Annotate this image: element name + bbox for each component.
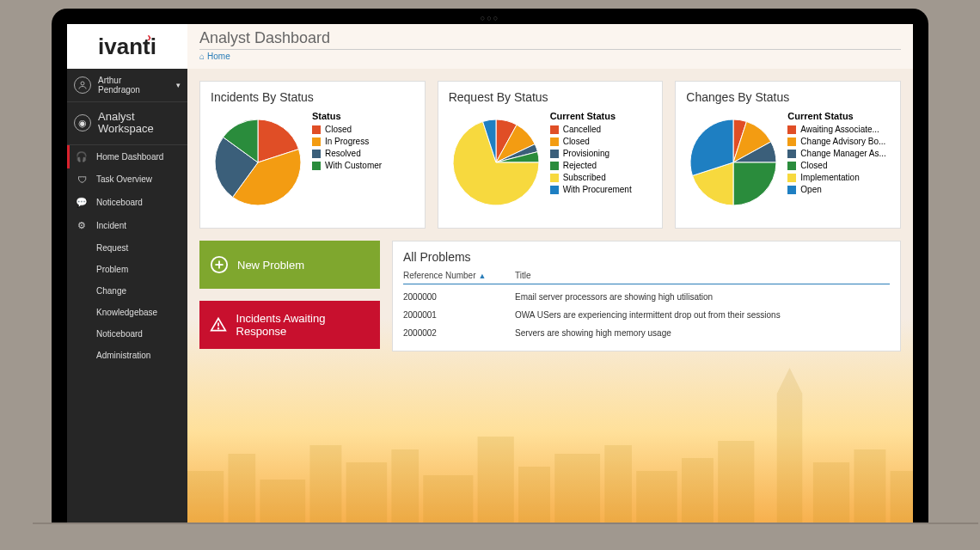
incidents-by-status-card: Incidents By Status Status ClosedIn Prog… — [199, 81, 426, 229]
legend-item[interactable]: Cancelled — [550, 125, 632, 134]
legend-swatch — [550, 174, 559, 182]
sidebar-item-knowledgebase[interactable]: Knowledgebase — [67, 302, 187, 323]
svg-rect-7 — [423, 475, 473, 522]
column-header-title[interactable]: Title — [515, 271, 890, 280]
legend-swatch — [312, 125, 321, 134]
incidents-awaiting-response-button[interactable]: Incidents Awaiting Response — [199, 301, 380, 349]
legend-swatch — [787, 125, 796, 134]
table-row[interactable]: 2000000Email server processors are showi… — [403, 288, 890, 306]
svg-point-24 — [218, 328, 219, 329]
sidebar-item-request[interactable]: Request — [67, 237, 187, 259]
request-by-status-card: Request By Status Current Status Cancell… — [438, 81, 664, 229]
legend-item[interactable]: In Progress — [312, 137, 382, 146]
svg-rect-5 — [346, 462, 387, 522]
legend-item[interactable]: Change Manager As... — [787, 149, 886, 158]
user-menu[interactable]: Arthur Pendragon ▾ — [67, 69, 187, 102]
svg-rect-19 — [891, 471, 913, 522]
main-content: Incidents By Status Status ClosedIn Prog… — [187, 69, 913, 522]
legend-item[interactable]: With Customer — [312, 161, 382, 170]
legend-swatch — [787, 150, 796, 158]
svg-rect-8 — [478, 437, 514, 522]
legend-item[interactable]: Open — [787, 185, 886, 194]
shield-icon: 🛡 — [74, 174, 89, 185]
card-title: All Problems — [403, 250, 890, 264]
svg-rect-4 — [309, 445, 341, 522]
legend-item[interactable]: Provisioning — [550, 149, 632, 158]
legend-item[interactable]: Change Advisory Bo... — [787, 137, 886, 146]
legend-swatch — [550, 138, 559, 146]
workspace-icon: ◉ — [74, 114, 91, 131]
requests-pie-chart[interactable] — [449, 111, 543, 214]
sidebar-item-home-dashboard[interactable]: 🎧Home Dashboard — [67, 145, 187, 168]
card-title: Request By Status — [449, 90, 652, 104]
sidebar-item-noticeboard[interactable]: Noticeboard — [67, 323, 187, 345]
legend-item[interactable]: Awaiting Associate... — [787, 125, 886, 134]
legend-item[interactable]: Rejected — [550, 161, 632, 170]
workspace-selector[interactable]: ◉ Analyst Workspace — [67, 102, 187, 145]
card-title: Incidents By Status — [211, 90, 414, 104]
svg-rect-3 — [260, 480, 305, 522]
legend-swatch — [550, 125, 559, 134]
table-row[interactable]: 2000001OWA USers are experiencing interm… — [403, 306, 890, 324]
legend-swatch — [312, 150, 321, 158]
sidebar-item-noticeboard[interactable]: 💬Noticeboard — [67, 191, 187, 214]
legend-swatch — [787, 138, 796, 146]
sidebar-item-problem[interactable]: Problem — [67, 259, 187, 280]
svg-rect-10 — [554, 454, 600, 522]
svg-rect-14 — [718, 441, 754, 522]
legend-item[interactable]: Closed — [787, 161, 886, 170]
sidebar-item-task-overview[interactable]: 🛡Task Overview — [67, 168, 187, 191]
page-title: Analyst Dashboard — [199, 29, 901, 47]
card-title: Changes By Status — [686, 90, 890, 104]
legend-swatch — [787, 186, 796, 194]
logo[interactable]: ivanti› — [67, 24, 187, 69]
plus-circle-icon — [210, 255, 229, 274]
sidebar-item-administration[interactable]: Administration — [67, 345, 187, 366]
table-row[interactable]: 2000002Servers are showing high memory u… — [403, 324, 890, 342]
svg-rect-11 — [604, 445, 632, 522]
legend-swatch — [550, 162, 559, 170]
legend-item[interactable]: Closed — [550, 137, 632, 146]
gear-icon: ⚙ — [74, 220, 89, 231]
incidents-pie-chart[interactable] — [211, 111, 305, 214]
chat-icon: 💬 — [74, 197, 89, 208]
sidebar-item-incident[interactable]: ⚙Incident — [67, 214, 187, 237]
svg-rect-12 — [636, 471, 677, 522]
user-icon — [74, 76, 91, 94]
chevron-down-icon: ▾ — [176, 81, 181, 89]
new-problem-button[interactable]: New Problem — [199, 241, 380, 289]
sidebar: Arthur Pendragon ▾ ◉ Analyst Workspace 🎧… — [67, 69, 187, 522]
sidebar-item-change[interactable]: Change — [67, 280, 187, 302]
column-header-reference[interactable]: Reference Number▲ — [403, 271, 515, 280]
changes-by-status-card: Changes By Status Current Status Awaitin… — [675, 81, 901, 229]
changes-pie-chart[interactable] — [686, 111, 781, 214]
legend-item[interactable]: Resolved — [312, 149, 382, 158]
legend-swatch — [787, 162, 796, 170]
legend-swatch — [787, 174, 796, 182]
legend-item[interactable]: Closed — [312, 125, 382, 134]
svg-rect-18 — [854, 449, 885, 522]
all-problems-card: All Problems Reference Number▲ Title 200… — [392, 241, 901, 351]
legend-item[interactable]: With Procurement — [550, 185, 632, 194]
svg-rect-2 — [228, 454, 255, 522]
legend-swatch — [312, 162, 321, 170]
alert-triangle-icon — [210, 315, 228, 334]
sort-asc-icon: ▲ — [478, 272, 486, 280]
svg-rect-1 — [187, 471, 224, 522]
breadcrumb[interactable]: ⌂Home — [199, 52, 901, 61]
legend-swatch — [550, 150, 559, 158]
legend-item[interactable]: Subscribed — [550, 173, 632, 182]
legend-item[interactable]: Implementation — [787, 173, 886, 182]
headset-icon: 🎧 — [74, 151, 89, 162]
svg-rect-15 — [777, 394, 803, 522]
svg-rect-13 — [682, 458, 714, 522]
svg-point-0 — [81, 82, 84, 85]
svg-rect-17 — [813, 462, 849, 522]
home-icon: ⌂ — [199, 52, 205, 61]
legend-swatch — [550, 186, 559, 194]
svg-marker-16 — [777, 368, 803, 394]
topbar: ivanti› Analyst Dashboard ⌂Home — [67, 24, 913, 69]
svg-rect-9 — [518, 467, 550, 522]
svg-rect-6 — [391, 449, 419, 522]
legend-swatch — [312, 138, 321, 146]
